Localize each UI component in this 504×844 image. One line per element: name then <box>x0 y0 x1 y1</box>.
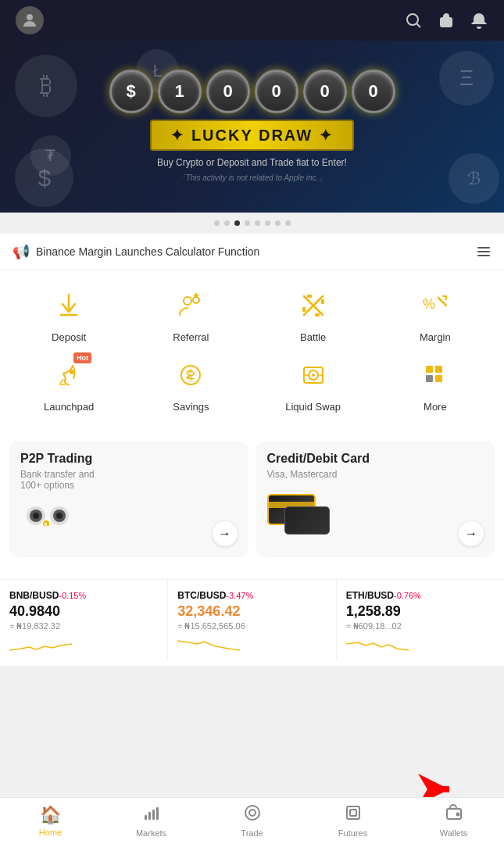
deposit-icon <box>49 286 88 325</box>
wallets-label: Wallets <box>440 828 468 838</box>
prize-0c: 0 <box>303 70 347 113</box>
bg-bnb: ℬ <box>449 153 499 204</box>
prize-0d: 0 <box>352 70 395 113</box>
svg-rect-14 <box>307 295 312 298</box>
dot-5[interactable] <box>255 220 260 226</box>
svg-rect-30 <box>435 366 442 373</box>
search-icon[interactable] <box>404 11 423 30</box>
credit-card[interactable]: Credit/Debit Card Visa, Mastercard → <box>256 441 495 557</box>
savings-icon: $ <box>171 356 210 395</box>
banner: ₿ Ł Ξ ₮ $ ℬ $ 1 0 0 0 0 ✦ LUCKY DRAW ✦ B… <box>0 41 504 213</box>
prize-0a: 0 <box>206 70 250 113</box>
svg-rect-17 <box>302 307 306 312</box>
svg-rect-3 <box>441 18 452 27</box>
svg-rect-45 <box>152 810 155 820</box>
bnb-mini-chart <box>9 635 158 653</box>
bnb-fiat: ≈ ₦19,832.32 <box>9 621 158 631</box>
cart-icon[interactable] <box>437 11 456 30</box>
svg-rect-16 <box>321 299 324 304</box>
action-margin[interactable]: % Margin <box>404 286 466 343</box>
svg-point-37 <box>33 513 39 519</box>
action-savings[interactable]: $ Savings <box>159 356 222 413</box>
margin-icon: % <box>416 286 455 325</box>
svg-rect-44 <box>148 812 151 820</box>
battle-icon <box>294 286 333 325</box>
nav-wallets[interactable]: Wallets <box>403 798 504 844</box>
liquid-swap-label: Liquid Swap <box>285 401 341 413</box>
referral-label: Referral <box>173 331 209 343</box>
btc-fiat: ≈ ₦15,652,565.06 <box>177 621 326 631</box>
eth-change: -0.76% <box>394 591 421 600</box>
credit-subtitle: Visa, Mastercard <box>267 469 484 480</box>
eth-price-cell[interactable]: ETH/BUSD-0.76% 1,258.89 ≈ ₦609,18...02 <box>337 580 504 661</box>
p2p-title: P2P Trading <box>20 452 238 466</box>
svg-rect-46 <box>156 807 159 820</box>
banner-subtitle: Buy Crypto or Deposit and Trade fiat to … <box>157 157 347 168</box>
lucky-draw-badge: ✦ LUCKY DRAW ✦ <box>150 120 353 151</box>
markets-icon <box>143 804 160 826</box>
svg-rect-50 <box>350 810 356 816</box>
bg-dollar: $ <box>15 148 73 207</box>
svg-rect-4 <box>477 247 490 249</box>
svg-rect-6 <box>477 255 490 256</box>
btc-mini-chart <box>177 635 326 653</box>
bell-icon[interactable] <box>470 11 488 30</box>
more-label: More <box>424 401 447 413</box>
bnb-price-cell[interactable]: BNB/BUSD-0.15% 40.9840 ≈ ₦19,832.32 <box>0 580 168 661</box>
referral-icon <box>171 286 210 325</box>
announcement-text: Binance Margin Launches Calculator Funct… <box>36 245 259 258</box>
dot-7[interactable] <box>275 220 281 226</box>
dot-8[interactable] <box>285 220 291 226</box>
nav-home[interactable]: 🏠 Home <box>0 798 101 844</box>
svg-rect-43 <box>145 815 147 820</box>
credit-title: Credit/Debit Card <box>267 452 484 466</box>
credit-card-icon <box>267 486 484 541</box>
dot-1[interactable] <box>214 220 220 226</box>
top-bar-right <box>404 11 488 30</box>
action-battle[interactable]: Battle <box>282 286 345 343</box>
svg-rect-32 <box>435 375 442 382</box>
action-deposit[interactable]: Deposit <box>38 286 100 343</box>
menu-lines-icon[interactable] <box>476 244 491 259</box>
home-label: Home <box>39 828 62 837</box>
dot-2[interactable] <box>224 220 230 226</box>
bnb-value: 40.9840 <box>9 603 158 620</box>
wallets-icon <box>445 804 463 826</box>
markets-label: Markets <box>136 828 166 838</box>
lucky-draw-text: ✦ LUCKY DRAW ✦ <box>170 127 333 144</box>
battle-label: Battle <box>300 331 326 343</box>
svg-point-47 <box>245 806 259 820</box>
avatar[interactable] <box>16 6 44 34</box>
futures-icon <box>345 804 362 826</box>
credit-arrow[interactable]: → <box>459 521 484 546</box>
svg-point-26 <box>312 374 315 377</box>
prize-dollar: $ <box>109 70 153 113</box>
nav-futures[interactable]: Futures <box>302 798 403 844</box>
p2p-trading-card[interactable]: P2P Trading Bank transfer and100+ option… <box>9 441 248 557</box>
btc-price-cell[interactable]: BTC/BUSD-3.47% 32,346.42 ≈ ₦15,652,565.0… <box>168 580 336 661</box>
actions-row-1: Deposit Referral <box>0 286 504 356</box>
action-liquid-swap[interactable]: Liquid Swap <box>282 356 345 413</box>
top-bar-left <box>16 6 44 34</box>
eth-value: 1,258.89 <box>346 603 495 620</box>
savings-label: Savings <box>173 401 209 413</box>
dot-4[interactable] <box>245 220 250 226</box>
action-referral[interactable]: Referral <box>159 286 222 343</box>
action-launchpad[interactable]: Hot Launchpad <box>38 356 100 413</box>
p2p-arrow[interactable]: → <box>213 521 238 546</box>
svg-rect-15 <box>315 313 320 316</box>
svg-point-52 <box>456 814 459 816</box>
svg-line-2 <box>417 24 421 28</box>
deposit-label: Deposit <box>52 331 86 343</box>
trade-label: Trade <box>241 828 263 838</box>
price-ticker: BNB/BUSD-0.15% 40.9840 ≈ ₦19,832.32 BTC/… <box>0 570 504 666</box>
dot-6[interactable] <box>265 220 270 226</box>
svg-point-0 <box>27 14 33 20</box>
nav-markets[interactable]: Markets <box>101 798 202 844</box>
eth-pair-name: ETH/BUSD <box>346 590 394 601</box>
dot-3-active[interactable] <box>234 220 240 226</box>
action-more[interactable]: More <box>404 356 466 413</box>
launchpad-label: Launchpad <box>44 401 94 413</box>
svg-text:%: % <box>423 296 435 312</box>
nav-trade[interactable]: Trade <box>202 798 302 844</box>
